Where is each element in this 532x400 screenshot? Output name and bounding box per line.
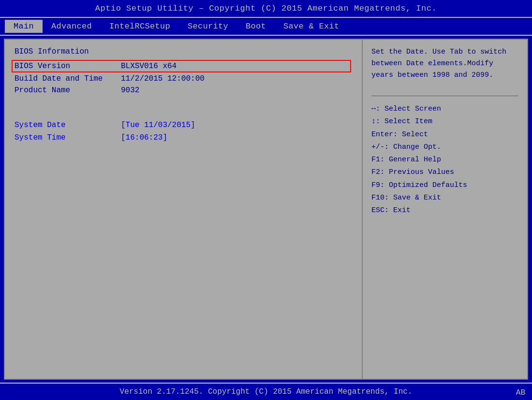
- product-name-value: 9032: [121, 86, 139, 95]
- bios-version-row: BIOS Version BLXSV016 x64: [13, 61, 350, 71]
- shortcut-select-screen: ↔: Select Screen: [371, 103, 518, 115]
- menu-item-save---exit[interactable]: Save & Exit: [275, 20, 348, 33]
- system-time-value: [16:06:23]: [121, 133, 167, 142]
- footer-badge: AB: [516, 388, 525, 397]
- bios-version-value: BLXSV016 x64: [121, 62, 177, 71]
- footer: Version 2.17.1245. Copyright (C) 2015 Am…: [0, 383, 532, 400]
- shortcut-change-opt: +/-: Change Opt.: [371, 141, 518, 154]
- system-date-row[interactable]: System Date [Tue 11/03/2015]: [15, 121, 352, 129]
- footer-text: Version 2.17.1245. Copyright (C) 2015 Am…: [120, 387, 413, 396]
- bios-version-label: BIOS Version: [15, 62, 121, 71]
- shortcut-f1-help: F1: General Help: [371, 154, 518, 166]
- bios-information-header: BIOS Information: [15, 47, 352, 56]
- menu-item-main[interactable]: Main: [5, 20, 43, 33]
- system-date-value: [Tue 11/03/2015]: [121, 121, 195, 129]
- shortcut-select-item: ↕: Select Item: [371, 115, 518, 128]
- title-text: Aptio Setup Utility – Copyright (C) 2015…: [95, 4, 437, 13]
- product-name-label: Product Name: [15, 86, 121, 95]
- menu-bar: MainAdvancedIntelRCSetupSecurityBootSave…: [0, 17, 532, 36]
- main-content: BIOS Information BIOS Version BLXSV016 x…: [4, 39, 528, 380]
- shortcut-f9-defaults: F9: Optimized Defaults: [371, 179, 518, 192]
- product-name-row: Product Name 9032: [15, 86, 352, 95]
- system-date-label: System Date: [15, 121, 121, 129]
- build-date-label: Build Date and Time: [15, 74, 121, 83]
- left-panel: BIOS Information BIOS Version BLXSV016 x…: [5, 40, 363, 379]
- shortcut-list: ↔: Select Screen ↕: Select Item Enter: S…: [371, 103, 518, 217]
- system-time-row[interactable]: System Time [16:06:23]: [15, 133, 352, 142]
- menu-item-boot[interactable]: Boot: [237, 20, 275, 33]
- help-text: Set the Date. Use Tab to switch between …: [371, 46, 518, 81]
- system-time-label: System Time: [15, 133, 121, 142]
- shortcut-f2-prev: F2: Previous Values: [371, 166, 518, 179]
- right-panel: Set the Date. Use Tab to switch between …: [363, 40, 527, 379]
- build-date-value: 11/2/2015 12:00:00: [121, 74, 205, 83]
- bios-screen: Aptio Setup Utility – Copyright (C) 2015…: [0, 0, 532, 400]
- build-date-row: Build Date and Time 11/2/2015 12:00:00: [15, 74, 352, 83]
- title-bar: Aptio Setup Utility – Copyright (C) 2015…: [0, 0, 532, 17]
- shortcut-enter-select: Enter: Select: [371, 129, 518, 141]
- menu-item-security[interactable]: Security: [179, 20, 237, 33]
- shortcut-esc-exit: ESC: Exit: [371, 204, 518, 217]
- shortcut-f10-save: F10: Save & Exit: [371, 192, 518, 204]
- menu-item-advanced[interactable]: Advanced: [43, 20, 101, 33]
- menu-item-intelrcsetup[interactable]: IntelRCSetup: [101, 20, 179, 33]
- divider: [371, 96, 518, 96]
